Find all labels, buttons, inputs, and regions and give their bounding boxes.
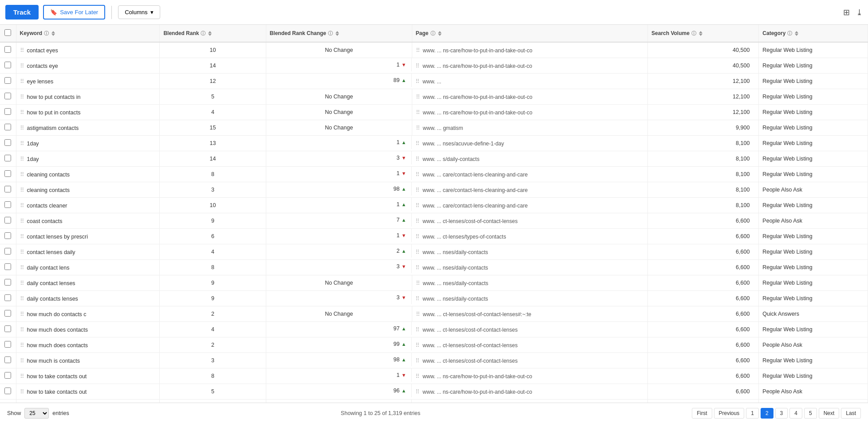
category-header: Category ⓘ [759, 25, 868, 42]
volume-cell: 12,100 [648, 89, 759, 105]
row-checkbox[interactable] [4, 248, 11, 255]
download-icon[interactable]: ⤓ [856, 8, 863, 17]
page-cell: ⠿www. ... nses/daily-contacts [412, 291, 647, 306]
keyword-cell: ⠿how to take out contacts [16, 400, 160, 403]
track-button[interactable]: Track [5, 5, 39, 20]
change-cell: 1 ▲ [266, 136, 412, 149]
category-cell: People Also Ask [759, 182, 868, 198]
keyword-cell: ⠿how to take contacts out [16, 384, 160, 400]
keyword-cell: ⠿contacts eye [16, 58, 160, 74]
row-checkbox[interactable] [4, 310, 11, 317]
volume-cell: 8,100 [648, 151, 759, 167]
row-checkbox[interactable] [4, 77, 11, 84]
page-info-icon[interactable]: ⓘ [430, 30, 435, 37]
row-checkbox[interactable] [4, 93, 11, 99]
page-cell: ⠿www. ... ns-care/how-to-put-in-and-take… [412, 42, 647, 58]
row-checkbox[interactable] [4, 201, 11, 208]
row-checkbox[interactable] [4, 217, 11, 223]
rank-cell: 5 [160, 384, 266, 400]
volume-cell: 6,600 [648, 368, 759, 384]
table-row: ⠿1day131 ▲⠿www. ... nses/acuvue-define-1… [0, 136, 868, 151]
change-cell: 1 ▼ [266, 229, 412, 242]
down-arrow-icon: ▼ [401, 171, 406, 176]
table-row: ⠿how much does contacts497 ▲⠿www. ... ct… [0, 322, 868, 337]
data-table-container: Keyword ⓘ Blended Rank ⓘ [0, 25, 868, 403]
blended-rank-change-header: Blended Rank Change ⓘ [266, 25, 412, 42]
change-cell: 99 ▲ [266, 337, 412, 351]
rank-cell: 8 [160, 260, 266, 275]
change-cell: No Change [266, 105, 412, 120]
search-volume-info-icon[interactable]: ⓘ [691, 30, 696, 37]
row-checkbox[interactable] [4, 372, 11, 379]
category-info-icon[interactable]: ⓘ [787, 30, 792, 37]
table-row: ⠿cleaning contacts81 ▼⠿www. ... care/con… [0, 167, 868, 182]
row-checkbox[interactable] [4, 325, 11, 332]
row-checkbox[interactable] [4, 232, 11, 239]
row-checkbox[interactable] [4, 139, 11, 146]
table-row: ⠿how much does contacts299 ▲⠿www. ... ct… [0, 337, 868, 353]
select-all-header [0, 25, 16, 42]
row-checkbox[interactable] [4, 388, 11, 394]
up-arrow-icon: ▲ [401, 202, 406, 207]
keyword-cell: ⠿daily contact lenses [16, 275, 160, 291]
search-volume-sort[interactable] [699, 31, 702, 36]
category-cell: Regular Web Listing [759, 42, 868, 58]
keyword-sort[interactable] [51, 31, 55, 36]
up-arrow-icon: ▲ [401, 388, 406, 393]
category-sort[interactable] [795, 31, 798, 36]
blended-rank-header: Blended Rank ⓘ [160, 25, 266, 42]
keyword-info-icon[interactable]: ⓘ [44, 30, 49, 37]
blended-rank-change-info-icon[interactable]: ⓘ [328, 30, 333, 37]
drag-icon: ⠿ [20, 109, 24, 116]
blended-rank-sort[interactable] [208, 31, 212, 36]
blended-rank-change-sort[interactable] [335, 31, 339, 36]
save-for-later-button[interactable]: 🔖 Save For Later [43, 5, 105, 20]
row-checkbox[interactable] [4, 155, 11, 161]
down-arrow-icon: ▼ [401, 155, 406, 161]
grid-view-icon[interactable]: ⊞ [843, 8, 850, 17]
row-checkbox[interactable] [4, 186, 11, 192]
row-checkbox[interactable] [4, 263, 11, 270]
rank-cell: 5 [160, 89, 266, 105]
category-cell: Regular Web Listing [759, 120, 868, 136]
row-checkbox[interactable] [4, 356, 11, 363]
category-cell: Regular Web Listing [759, 74, 868, 89]
row-checkbox[interactable] [4, 341, 11, 348]
table-row: ⠿contact lenses by prescri61 ▼⠿www. ... … [0, 229, 868, 244]
keyword-cell: ⠿daily contacts lenses [16, 291, 160, 306]
page-cell: ⠿www. ... nses/daily-contacts [412, 260, 647, 275]
rank-cell: 4 [160, 105, 266, 120]
page-cell: ⠿www. ... ns-care/how-to-put-in-and-take… [412, 400, 647, 403]
row-checkbox[interactable] [4, 46, 11, 53]
page-drag-icon: ⠿ [415, 264, 420, 271]
drag-icon: ⠿ [20, 94, 24, 100]
change-cell: No Change [266, 42, 412, 58]
select-all-checkbox[interactable] [4, 29, 11, 36]
category-cell: People Also Ask [759, 384, 868, 400]
page-drag-icon: ⠿ [415, 218, 420, 224]
page-drag-icon: ⠿ [416, 109, 420, 116]
row-checkbox[interactable] [4, 124, 11, 130]
blended-rank-info-icon[interactable]: ⓘ [201, 30, 205, 37]
down-arrow-icon: ▼ [401, 372, 406, 378]
page-sort[interactable] [438, 31, 442, 36]
columns-button[interactable]: Columns ▾ [118, 5, 160, 19]
drag-icon: ⠿ [20, 171, 24, 178]
page-drag-icon: ⠿ [416, 125, 420, 131]
keyword-cell: ⠿coast contacts [16, 213, 160, 229]
row-checkbox[interactable] [4, 294, 11, 301]
row-checkbox[interactable] [4, 108, 11, 115]
row-checkbox[interactable] [4, 279, 11, 286]
row-checkbox[interactable] [4, 170, 11, 177]
up-arrow-icon: ▲ [401, 357, 406, 362]
table-row: ⠿how to put contacts in5No Change⠿www. .… [0, 89, 868, 105]
page-cell: ⠿www. ... ct-lenses/cost-of-contact-lens… [412, 213, 647, 229]
change-cell: 97 ▲ [266, 322, 412, 335]
volume-cell: 6,600 [648, 306, 759, 322]
page-cell: ⠿www. ... nses/daily-contacts [412, 244, 647, 260]
rank-cell: 8 [160, 368, 266, 384]
table-row: ⠿how much do contacts c2No Change⠿www. .… [0, 306, 868, 322]
keyword-cell: ⠿how to take contacts out [16, 368, 160, 384]
row-checkbox[interactable] [4, 62, 11, 68]
bookmark-icon: 🔖 [50, 9, 57, 16]
